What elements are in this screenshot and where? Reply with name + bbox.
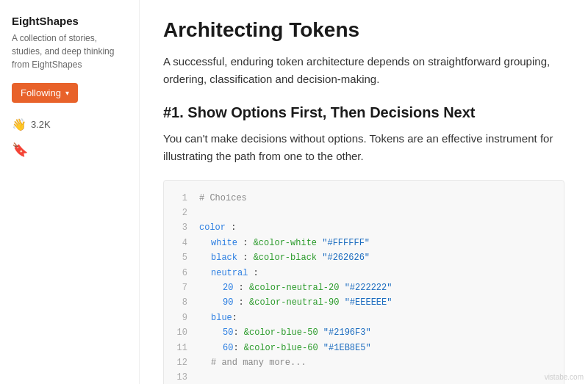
follow-button-label: Following — [21, 87, 61, 98]
wave-icon: 👋 — [12, 117, 26, 131]
code-line: 9 blue: — [176, 311, 552, 325]
code-content: 60: &color-blue-60 "#1EB8E5" — [199, 341, 371, 355]
line-num: 6 — [176, 266, 187, 280]
line-num: 9 — [176, 311, 187, 325]
line-num: 7 — [176, 280, 187, 295]
line-num: 5 — [176, 250, 187, 265]
line-num: 3 — [176, 220, 187, 235]
line-num: 10 — [176, 325, 187, 340]
code-line: 13 — [176, 370, 552, 384]
article-intro: A successful, enduring token architectur… — [163, 53, 564, 88]
code-content: black : &color-black "#262626" — [199, 250, 370, 265]
line-num: 13 — [176, 370, 187, 384]
line-num: 2 — [176, 206, 187, 220]
code-line: 4 white : &color-white "#FFFFFF" — [176, 236, 552, 250]
code-content: 50: &color-blue-50 "#2196F3" — [199, 325, 371, 340]
follow-button[interactable]: Following ▾ — [12, 83, 78, 103]
bookmark-icon[interactable]: 🔖 — [12, 142, 127, 158]
code-line: 12 # and many more... — [176, 355, 552, 370]
code-line: 7 20 : &color-neutral-20 "#222222" — [176, 280, 552, 295]
code-content: 90 : &color-neutral-90 "#EEEEEE" — [199, 295, 392, 310]
line-num: 12 — [176, 355, 187, 370]
code-line: 2 — [176, 206, 552, 220]
sidebar: EightShapes A collection of stories, stu… — [0, 0, 140, 384]
line-num: 8 — [176, 295, 187, 310]
sidebar-stats: 👋 3.2K — [12, 117, 127, 131]
code-content: blue: — [199, 311, 237, 325]
article-title: Architecting Tokens — [163, 18, 564, 43]
code-content: color : — [199, 220, 236, 235]
clap-count: 3.2K — [31, 119, 51, 130]
code-line: 11 60: &color-blue-60 "#1EB8E5" — [176, 341, 552, 355]
chevron-down-icon: ▾ — [65, 89, 69, 97]
code-content: white : &color-white "#FFFFFF" — [199, 236, 370, 250]
code-content: 20 : &color-neutral-20 "#222222" — [199, 280, 392, 295]
section1-intro: You can't make decisions without options… — [163, 130, 564, 165]
code-line: 1 # Choices — [176, 191, 552, 206]
code-line: 10 50: &color-blue-50 "#2196F3" — [176, 325, 552, 340]
watermark: vistabe.com — [545, 373, 584, 381]
code-line: 5 black : &color-black "#262626" — [176, 250, 552, 265]
code-block: 1 # Choices 2 3 color : 4 white : &color… — [163, 180, 564, 384]
main-content: Architecting Tokens A successful, enduri… — [140, 0, 588, 384]
code-content: # Choices — [199, 191, 247, 206]
code-content: # and many more... — [199, 355, 306, 370]
page-wrapper: EightShapes A collection of stories, stu… — [0, 0, 588, 384]
code-content: neutral : — [199, 266, 259, 280]
line-num: 1 — [176, 191, 187, 206]
sidebar-logo: EightShapes — [12, 15, 127, 27]
code-line: 3 color : — [176, 220, 552, 235]
line-num: 11 — [176, 341, 187, 355]
sidebar-description: A collection of stories, studies, and de… — [12, 32, 127, 71]
line-num: 4 — [176, 236, 187, 250]
code-line: 8 90 : &color-neutral-90 "#EEEEEE" — [176, 295, 552, 310]
code-line: 6 neutral : — [176, 266, 552, 280]
section1-heading: #1. Show Options First, Then Decisions N… — [163, 104, 564, 121]
